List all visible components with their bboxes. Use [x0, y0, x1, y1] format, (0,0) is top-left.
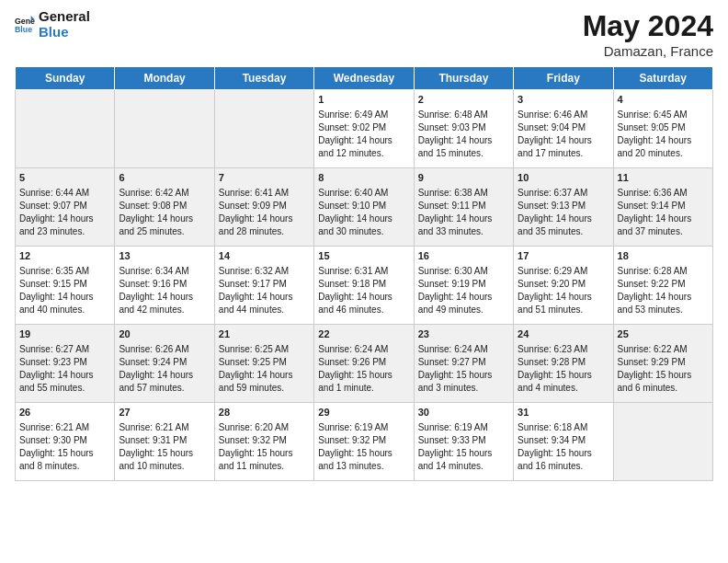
day-number: 14 — [219, 249, 310, 263]
cell-text: and 20 minutes. — [618, 147, 709, 160]
week-row-2: 5Sunrise: 6:44 AMSunset: 9:07 PMDaylight… — [16, 168, 713, 247]
cell-text: and 23 minutes. — [19, 225, 110, 238]
calendar-cell: 10Sunrise: 6:37 AMSunset: 9:13 PMDayligh… — [514, 168, 613, 247]
col-header-friday: Friday — [514, 67, 613, 90]
cell-text: Daylight: 15 hours — [119, 447, 210, 460]
week-row-1: 1Sunrise: 6:49 AMSunset: 9:02 PMDaylight… — [16, 90, 713, 168]
cell-text: Sunset: 9:05 PM — [618, 121, 709, 134]
cell-text: Daylight: 15 hours — [418, 369, 509, 382]
calendar-cell: 24Sunrise: 6:23 AMSunset: 9:28 PMDayligh… — [514, 325, 613, 403]
cell-text: Sunrise: 6:29 AM — [518, 265, 609, 278]
calendar-cell: 12Sunrise: 6:35 AMSunset: 9:15 PMDayligh… — [16, 247, 115, 325]
cell-text: Daylight: 15 hours — [318, 447, 409, 460]
cell-text: Sunset: 9:34 PM — [518, 434, 609, 447]
cell-text: Sunrise: 6:27 AM — [19, 343, 110, 356]
cell-text: and 10 minutes. — [119, 460, 210, 473]
calendar-cell: 13Sunrise: 6:34 AMSunset: 9:16 PMDayligh… — [115, 247, 214, 325]
cell-text: Sunrise: 6:37 AM — [518, 187, 609, 200]
day-number: 3 — [518, 93, 609, 107]
cell-text: and 6 minutes. — [618, 382, 709, 395]
cell-text: Daylight: 14 hours — [19, 291, 110, 304]
cell-text: Daylight: 14 hours — [119, 291, 210, 304]
day-number: 10 — [518, 171, 609, 185]
cell-text: Sunrise: 6:45 AM — [618, 109, 709, 121]
calendar-table: SundayMondayTuesdayWednesdayThursdayFrid… — [15, 66, 713, 481]
calendar-cell: 15Sunrise: 6:31 AMSunset: 9:18 PMDayligh… — [314, 247, 414, 325]
col-header-saturday: Saturday — [613, 67, 712, 90]
cell-text: Daylight: 14 hours — [318, 213, 409, 225]
cell-text: Sunrise: 6:24 AM — [318, 343, 409, 356]
cell-text: Daylight: 14 hours — [518, 134, 609, 147]
cell-text: Daylight: 14 hours — [318, 134, 409, 147]
cell-text: Daylight: 14 hours — [618, 134, 709, 147]
calendar-cell — [16, 90, 115, 168]
cell-text: Sunset: 9:10 PM — [318, 200, 409, 213]
day-number: 25 — [618, 327, 709, 341]
cell-text: Sunset: 9:27 PM — [418, 356, 509, 369]
cell-text: Sunrise: 6:22 AM — [618, 343, 709, 356]
logo-line2: Blue — [39, 25, 90, 40]
cell-text: Daylight: 14 hours — [119, 213, 210, 225]
cell-text: Sunrise: 6:48 AM — [418, 109, 509, 121]
cell-text: Sunset: 9:24 PM — [119, 356, 210, 369]
cell-text: Daylight: 14 hours — [618, 291, 709, 304]
cell-text: and 40 minutes. — [19, 304, 110, 316]
day-number: 18 — [618, 249, 709, 263]
cell-text: Daylight: 15 hours — [219, 447, 310, 460]
cell-text: and 16 minutes. — [518, 460, 609, 473]
cell-text: Sunrise: 6:32 AM — [219, 265, 310, 278]
col-header-tuesday: Tuesday — [214, 67, 313, 90]
cell-text: and 35 minutes. — [518, 225, 609, 238]
day-number: 5 — [19, 171, 110, 185]
day-number: 31 — [518, 406, 609, 419]
cell-text: Sunset: 9:26 PM — [318, 356, 409, 369]
cell-text: Sunrise: 6:41 AM — [219, 187, 310, 200]
cell-text: and 17 minutes. — [518, 147, 609, 160]
cell-text: Daylight: 14 hours — [418, 291, 509, 304]
cell-text: Sunset: 9:13 PM — [518, 200, 609, 213]
day-number: 26 — [19, 406, 110, 419]
calendar-cell: 3Sunrise: 6:46 AMSunset: 9:04 PMDaylight… — [514, 90, 613, 168]
cell-text: and 53 minutes. — [618, 304, 709, 316]
cell-text: Sunset: 9:29 PM — [618, 356, 709, 369]
day-number: 24 — [518, 327, 609, 341]
cell-text: and 12 minutes. — [318, 147, 409, 160]
cell-text: and 33 minutes. — [418, 225, 509, 238]
month-title: May 2024 — [583, 9, 713, 43]
cell-text: and 49 minutes. — [418, 304, 509, 316]
svg-text:Blue: Blue — [15, 24, 32, 33]
calendar-cell: 19Sunrise: 6:27 AMSunset: 9:23 PMDayligh… — [16, 325, 115, 403]
cell-text: and 55 minutes. — [19, 382, 110, 395]
week-row-5: 26Sunrise: 6:21 AMSunset: 9:30 PMDayligh… — [16, 403, 713, 481]
cell-text: Sunrise: 6:31 AM — [318, 265, 409, 278]
cell-text: and 59 minutes. — [219, 382, 310, 395]
col-header-monday: Monday — [115, 67, 214, 90]
calendar-cell: 17Sunrise: 6:29 AMSunset: 9:20 PMDayligh… — [514, 247, 613, 325]
cell-text: Sunset: 9:02 PM — [318, 121, 409, 134]
calendar-cell: 5Sunrise: 6:44 AMSunset: 9:07 PMDaylight… — [16, 168, 115, 247]
cell-text: Sunset: 9:16 PM — [119, 278, 210, 291]
cell-text: Daylight: 15 hours — [518, 369, 609, 382]
cell-text: and 11 minutes. — [219, 460, 310, 473]
calendar-cell: 1Sunrise: 6:49 AMSunset: 9:02 PMDaylight… — [314, 90, 414, 168]
day-number: 4 — [618, 93, 709, 107]
calendar-cell: 11Sunrise: 6:36 AMSunset: 9:14 PMDayligh… — [613, 168, 712, 247]
day-number: 6 — [119, 171, 210, 185]
title-block: May 2024 Damazan, France — [583, 9, 713, 59]
logo-line1: General — [39, 9, 90, 25]
calendar-cell: 25Sunrise: 6:22 AMSunset: 9:29 PMDayligh… — [613, 325, 712, 403]
cell-text: Sunset: 9:32 PM — [318, 434, 409, 447]
cell-text: Sunrise: 6:25 AM — [219, 343, 310, 356]
day-number: 1 — [318, 93, 409, 107]
page: General Blue General Blue May 2024 Damaz… — [0, 0, 728, 563]
calendar-cell: 7Sunrise: 6:41 AMSunset: 9:09 PMDaylight… — [214, 168, 313, 247]
cell-text: Sunset: 9:30 PM — [19, 434, 110, 447]
cell-text: Sunrise: 6:36 AM — [618, 187, 709, 200]
cell-text: Daylight: 14 hours — [219, 291, 310, 304]
cell-text: Sunrise: 6:46 AM — [518, 109, 609, 121]
cell-text: Sunrise: 6:40 AM — [318, 187, 409, 200]
calendar-cell: 26Sunrise: 6:21 AMSunset: 9:30 PMDayligh… — [16, 403, 115, 481]
cell-text: Sunset: 9:11 PM — [418, 200, 509, 213]
cell-text: Sunrise: 6:18 AM — [518, 421, 609, 434]
cell-text: Daylight: 14 hours — [318, 291, 409, 304]
